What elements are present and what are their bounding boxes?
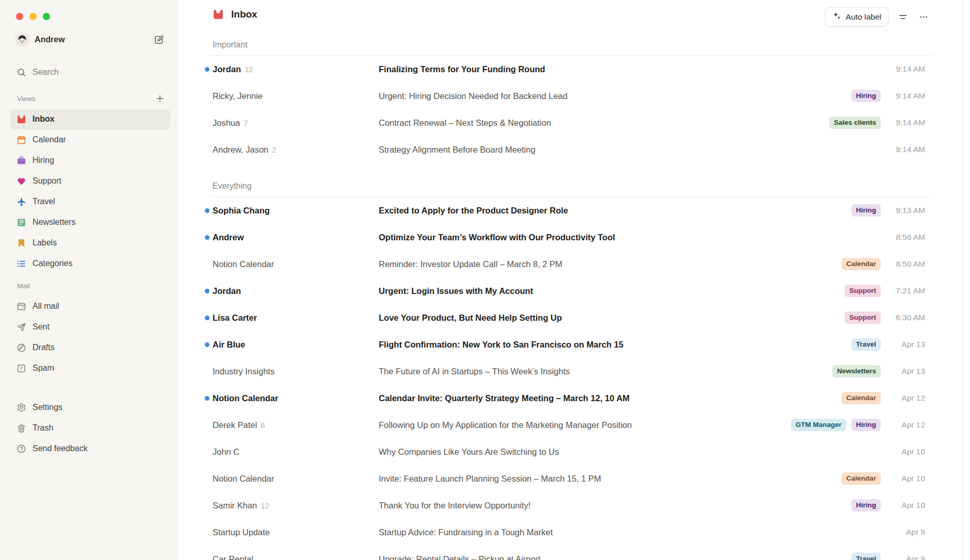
label-badge-newsletters[interactable]: Newsletters <box>832 365 881 378</box>
list-icon <box>15 257 27 270</box>
sidebar-item-newsletters[interactable]: Newsletters <box>10 212 170 233</box>
email-row[interactable]: Sophia Chang Excited to Apply for the Pr… <box>178 197 970 224</box>
main-content: Inbox Auto label <box>178 0 970 560</box>
zoom-window-button[interactable] <box>43 13 50 20</box>
account-row[interactable]: Andrew <box>15 32 165 47</box>
email-labels: Travel <box>851 338 881 351</box>
email-sender: Jordan <box>213 64 241 74</box>
label-badge-gtm-manager[interactable]: GTM Manager <box>791 419 846 432</box>
label-badge-calendar[interactable]: Calendar <box>842 258 881 271</box>
email-row[interactable]: Jordan 12 Finalizing Terms for Your Fund… <box>178 56 970 83</box>
views-label: Views <box>17 95 36 103</box>
email-time: Apr 13 <box>887 367 925 376</box>
email-row[interactable]: Andrew Optimize Your Team’s Workflow wit… <box>178 224 970 251</box>
email-subject: Finalizing Terms for Your Funding Round <box>379 64 881 74</box>
auto-label-button[interactable]: Auto label <box>825 7 888 27</box>
email-time: Apr 12 <box>887 420 925 430</box>
unread-dot <box>205 316 209 320</box>
email-row[interactable]: Air Blue Flight Confirmation: New York t… <box>178 331 970 358</box>
add-view-icon[interactable] <box>155 93 165 104</box>
email-time: 9:14 AM <box>887 118 925 127</box>
email-subject: Reminder: Investor Update Call – March 8… <box>379 259 842 269</box>
mail-label: Mail <box>17 282 30 290</box>
unread-dot <box>205 503 209 508</box>
label-badge-travel[interactable]: Travel <box>851 338 881 351</box>
minimize-window-button[interactable] <box>29 13 37 20</box>
heart-icon <box>15 175 27 187</box>
label-badge-calendar[interactable]: Calendar <box>842 392 881 405</box>
email-row[interactable]: John C Why Companies Like Yours Are Swit… <box>178 438 970 465</box>
email-row[interactable]: Industry Insights The Future of AI in St… <box>178 358 970 385</box>
search-input[interactable]: Search <box>10 62 170 83</box>
email-time: Apr 12 <box>887 393 925 403</box>
label-badge-hiring[interactable]: Hiring <box>851 419 881 432</box>
sidebar-item-inbox[interactable]: Inbox <box>10 109 170 129</box>
email-labels: Travel <box>851 553 881 560</box>
label-badge-hiring[interactable]: Hiring <box>851 499 881 512</box>
email-time: 9:14 AM <box>887 64 925 74</box>
label-badge-hiring[interactable]: Hiring <box>851 204 881 217</box>
sidebar-item-spam[interactable]: Spam <box>10 358 170 378</box>
more-options-icon[interactable] <box>917 11 930 23</box>
sidebar-item-label: Categories <box>33 259 72 268</box>
email-labels: Calendar <box>842 392 881 405</box>
section-rows: Sophia Chang Excited to Apply for the Pr… <box>178 197 970 560</box>
sidebar-item-label: Calendar <box>33 135 66 144</box>
label-badge-calendar[interactable]: Calendar <box>842 472 881 485</box>
unread-dot <box>205 396 209 401</box>
email-time: 7:21 AM <box>887 286 925 295</box>
label-badge-travel[interactable]: Travel <box>851 553 881 560</box>
email-subject: Contract Renewal – Next Steps & Negotiat… <box>379 118 829 128</box>
unread-dot <box>205 262 209 267</box>
mail-folders-list: All mail Sent Drafts Spam <box>0 296 177 378</box>
close-window-button[interactable] <box>16 13 23 20</box>
email-row[interactable]: Jordan Urgent: Login Issues with My Acco… <box>178 277 970 304</box>
sidebar-item-label: Settings <box>33 403 62 412</box>
label-badge-sales-clients[interactable]: Sales clients <box>829 117 881 129</box>
sidebar-item-trash[interactable]: Trash <box>10 418 170 438</box>
email-thread-count: 7 <box>244 119 248 127</box>
sidebar-item-settings[interactable]: Settings <box>10 397 170 418</box>
label-badge-support[interactable]: Support <box>845 285 881 298</box>
email-row[interactable]: Startup Update Startup Advice: Fundraisi… <box>178 519 970 546</box>
sidebar-item-all-mail[interactable]: All mail <box>10 296 170 317</box>
email-row[interactable]: Lisa Carter Love Your Product, But Need … <box>178 304 970 331</box>
help-icon <box>15 442 27 455</box>
auto-label-button-label: Auto label <box>846 12 881 22</box>
email-time: 8:50 AM <box>887 259 925 269</box>
email-row[interactable]: Notion Calendar Calendar Invite: Quarter… <box>178 385 970 411</box>
filter-icon[interactable] <box>897 11 909 23</box>
email-row[interactable]: Car Rental Upgrade: Rental Details – Pic… <box>178 546 970 560</box>
section-title: Everything <box>213 182 252 190</box>
email-row[interactable]: Joshua 7 Contract Renewal – Next Steps &… <box>178 109 970 136</box>
sidebar-item-categories[interactable]: Categories <box>10 253 170 274</box>
email-row[interactable]: Andrew, Jason 2 Strategy Alignment Befor… <box>178 136 970 163</box>
sidebar-item-send-feedback[interactable]: Send feedback <box>10 438 170 459</box>
email-sender: Andrew, Jason <box>213 145 268 155</box>
sidebar-item-hiring[interactable]: Hiring <box>10 150 170 171</box>
email-sender: Notion Calendar <box>213 393 278 403</box>
email-row[interactable]: Derek Patel 6 Following Up on My Applica… <box>178 411 970 438</box>
email-row[interactable]: Samir Khan 12 Thank You for the Intervie… <box>178 492 970 519</box>
sidebar-item-calendar[interactable]: Calendar <box>10 129 170 150</box>
scrollbar-track[interactable] <box>963 0 963 560</box>
email-row[interactable]: Ricky, Jennie Urgent: Hiring Decision Ne… <box>178 83 970 109</box>
sidebar-item-label: Drafts <box>33 343 55 352</box>
sidebar-item-travel[interactable]: Travel <box>10 191 170 212</box>
label-badge-support[interactable]: Support <box>845 311 881 324</box>
calendar-icon <box>15 134 27 146</box>
section-header: Everything <box>210 182 932 197</box>
email-labels: Support <box>845 285 881 298</box>
email-row[interactable]: Notion Calendar Reminder: Investor Updat… <box>178 251 970 277</box>
sidebar-item-drafts[interactable]: Drafts <box>10 337 170 358</box>
email-subject: Following Up on My Application for the M… <box>379 420 791 430</box>
label-badge-hiring[interactable]: Hiring <box>851 90 881 103</box>
compose-icon[interactable] <box>153 34 165 46</box>
sidebar-item-sent[interactable]: Sent <box>10 317 170 337</box>
account-name: Andrew <box>35 35 147 44</box>
email-row[interactable]: Notion Calendar Invite: Feature Launch P… <box>178 465 970 492</box>
sidebar-item-labels[interactable]: Labels <box>10 233 170 253</box>
sidebar-item-support[interactable]: Support <box>10 171 170 191</box>
email-subject: Startup Advice: Fundraising in a Tough M… <box>379 528 881 537</box>
email-time: 9:13 AM <box>887 206 925 215</box>
